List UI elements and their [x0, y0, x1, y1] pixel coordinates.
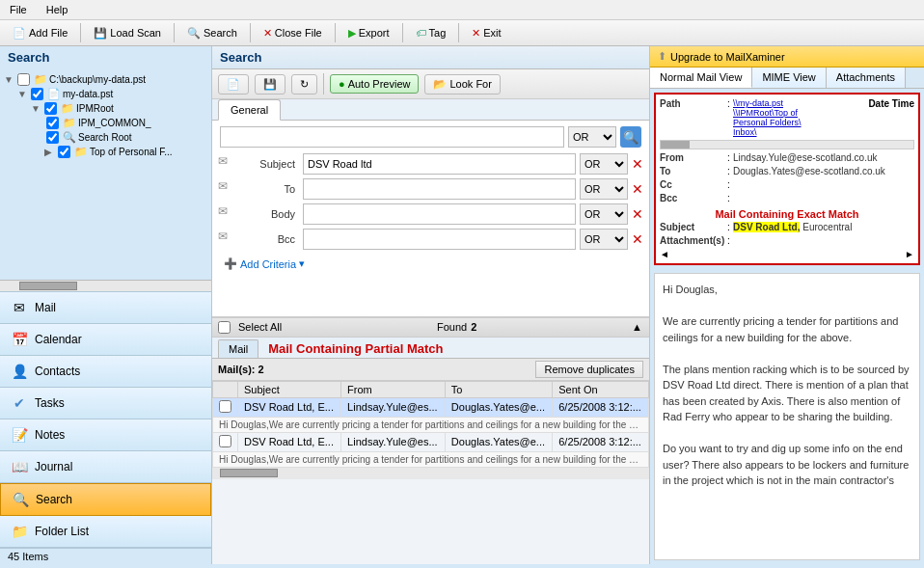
mail-result-tab[interactable]: Mail — [218, 339, 258, 358]
close-file-button[interactable]: ✕ Close File — [257, 24, 329, 42]
tag-button[interactable]: 🏷 Tag — [409, 24, 453, 41]
sidebar-item-calendar[interactable]: 📅 Calendar — [0, 324, 211, 356]
auto-preview-button[interactable]: ● Auto Preview — [330, 74, 419, 94]
sidebar-item-notes[interactable]: 📝 Notes — [0, 419, 211, 451]
help-menu[interactable]: Help — [41, 2, 74, 17]
main-or-select[interactable]: ORANDNOT — [568, 126, 616, 148]
to-or[interactable]: ORAND — [580, 178, 628, 200]
bcc-remove-button[interactable]: ✕ — [632, 231, 643, 247]
path-scroll[interactable] — [660, 140, 914, 149]
sidebar-item-journal[interactable]: 📖 Journal — [0, 451, 211, 483]
search-button[interactable]: 🔍 Search — [180, 24, 244, 42]
col-checkbox — [213, 381, 238, 397]
scroll-left[interactable]: ◄ — [660, 249, 669, 259]
top-personal-checkbox[interactable] — [58, 146, 70, 158]
subject-remove-button[interactable]: ✕ — [632, 156, 643, 172]
ipmroot-checkbox[interactable] — [44, 102, 57, 115]
row2-checkbox[interactable] — [219, 435, 231, 447]
sidebar-item-contacts[interactable]: 👤 Contacts — [0, 356, 211, 388]
row2-to: Douglas.Yates@e... — [445, 432, 552, 451]
bcc-colon: : — [727, 193, 733, 203]
mime-view-tab[interactable]: MIME View — [752, 68, 826, 88]
subject-input[interactable] — [303, 153, 576, 175]
table-hscroll[interactable] — [212, 468, 649, 479]
table-row-2[interactable]: DSV Road Ltd, E... Lindsay.Yule@es... Do… — [213, 432, 649, 451]
bcc-input[interactable] — [303, 229, 576, 250]
normal-mail-tab[interactable]: Normal Mail View — [650, 68, 752, 88]
expand-root[interactable]: ▼ — [4, 74, 14, 85]
table-header-row: Subject From To Sent On — [213, 381, 649, 397]
look-for-button[interactable]: 📂 Look For — [424, 74, 500, 95]
col-subject[interactable]: Subject — [238, 381, 341, 397]
body-remove-button[interactable]: ✕ — [632, 206, 643, 222]
cc-row: Cc : — [660, 179, 914, 190]
refresh-search-button[interactable]: ↻ — [291, 74, 317, 95]
add-file-button[interactable]: 📄 Add File — [6, 24, 74, 42]
sidebar-item-mail[interactable]: ✉ Mail — [0, 292, 211, 324]
add-criteria-button[interactable]: ➕ Add Criteria ▾ — [218, 254, 643, 274]
my-data-checkbox[interactable] — [31, 88, 43, 100]
right-scroll-up[interactable]: ▲ — [632, 321, 643, 333]
table-row-2-preview: Hi Douglas,We are currently pricing a te… — [213, 451, 649, 467]
table-hscroll-thumb[interactable] — [220, 469, 278, 477]
body-or[interactable]: ORAND — [580, 203, 628, 225]
load-scan-icon: 💾 — [94, 27, 107, 40]
col-to[interactable]: To — [445, 381, 552, 397]
export-button[interactable]: ▶ Export — [341, 24, 396, 42]
remove-duplicates-button[interactable]: Remove duplicates — [535, 361, 643, 378]
sidebar-item-label-journal: Journal — [35, 460, 72, 473]
search-root-checkbox[interactable] — [46, 131, 59, 144]
select-all-checkbox[interactable] — [218, 321, 231, 334]
top-personal-label: Top of Personal F... — [90, 147, 173, 157]
col-from[interactable]: From — [341, 381, 446, 397]
path-scroll-thumb[interactable] — [661, 141, 690, 149]
upgrade-header[interactable]: ⬆ Upgrade to MailXaminer — [650, 46, 924, 68]
file-menu[interactable]: File — [4, 2, 33, 17]
save-search-button[interactable]: 💾 — [255, 74, 285, 95]
tree-my-data[interactable]: ▼ 📄 my-data.pst — [4, 87, 207, 101]
from-value: Lindsay.Yule@ese-scotland.co.uk — [733, 152, 914, 163]
exit-button[interactable]: ✕ Exit — [465, 24, 507, 42]
table-row[interactable]: DSV Road Ltd, E... Lindsay.Yule@es... Do… — [213, 397, 649, 417]
do-search-button[interactable]: 🔍 — [620, 126, 641, 148]
bcc-or[interactable]: ORAND — [580, 229, 628, 250]
general-tab[interactable]: General — [218, 99, 281, 121]
export-icon: ▶ — [348, 27, 356, 40]
expand-ipmroot[interactable]: ▼ — [31, 103, 41, 114]
subject-icon: ✉ — [218, 154, 237, 174]
subject-label: Subject — [241, 158, 299, 170]
hscroll-thumb[interactable] — [19, 282, 77, 290]
subject-rest: Eurocentral — [800, 222, 852, 232]
tree-ipm-common[interactable]: 📁 IPM_COMMON_ — [4, 116, 207, 130]
add-criteria-dropdown[interactable]: ▾ — [299, 257, 305, 270]
load-scan-button[interactable]: 💾 Load Scan — [87, 24, 168, 42]
main-search-input[interactable] — [220, 126, 564, 148]
tree-top-personal[interactable]: ▶ 📁 Top of Personal F... — [4, 145, 207, 159]
to-remove-button[interactable]: ✕ — [632, 181, 643, 197]
expand-my-data[interactable]: ▼ — [17, 89, 27, 99]
tree-hscroll[interactable] — [0, 280, 211, 291]
tree-ipmroot[interactable]: ▼ 📁 IPMRoot — [4, 101, 207, 116]
tree-search-root[interactable]: 🔍 Search Root — [4, 130, 207, 145]
calendar-icon: 📅 — [10, 330, 29, 349]
new-search-button[interactable]: 📄 — [218, 74, 249, 95]
row1-checkbox[interactable] — [219, 400, 231, 413]
folder-root-icon: 📁 — [34, 73, 47, 86]
col-sent-on[interactable]: Sent On — [553, 381, 649, 397]
root-checkbox[interactable] — [17, 73, 30, 86]
to-input[interactable] — [303, 178, 576, 200]
bcc-info-row: Bcc : — [660, 193, 914, 203]
expand-top-personal[interactable]: ▶ — [44, 147, 54, 157]
tree-root[interactable]: ▼ 📁 C:\backup\my-data.pst — [4, 72, 207, 87]
sidebar-item-search[interactable]: 🔍 Search — [0, 483, 211, 516]
body-input[interactable] — [303, 203, 576, 225]
ipm-common-checkbox[interactable] — [46, 117, 59, 129]
scroll-right[interactable]: ► — [905, 249, 914, 259]
found-count: 2 — [471, 321, 476, 333]
center-title: Search — [212, 46, 649, 69]
subject-highlight: DSV Road Ltd, — [733, 222, 800, 232]
sidebar-item-tasks[interactable]: ✔ Tasks — [0, 388, 211, 419]
attachments-tab[interactable]: Attachments — [827, 68, 906, 88]
subject-or[interactable]: ORAND — [580, 153, 628, 175]
sidebar-item-folder-list[interactable]: 📁 Folder List — [0, 516, 211, 548]
